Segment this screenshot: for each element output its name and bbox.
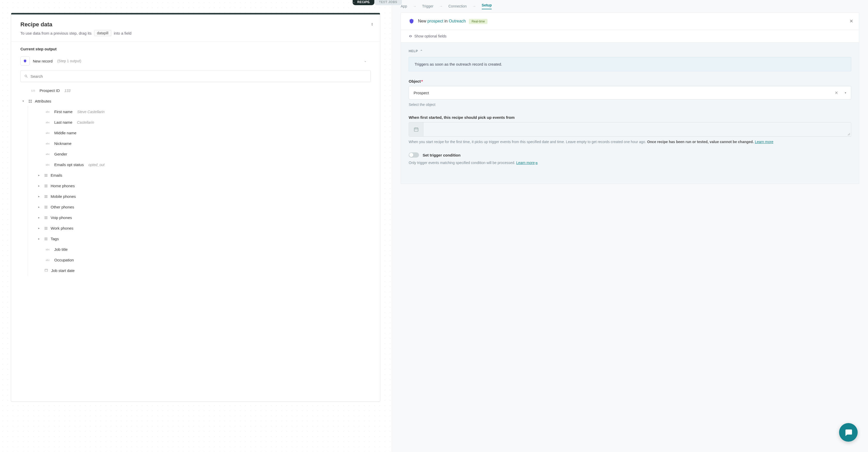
object-field-label: Object*: [409, 79, 851, 84]
show-optional-fields[interactable]: Show optional fields: [401, 30, 859, 43]
arrow-icon: →: [413, 4, 416, 8]
trigger-condition-label: Set trigger condition: [423, 153, 461, 157]
external-link-icon: ⧉: [535, 161, 537, 164]
trigger-object-link[interactable]: prospect: [427, 19, 443, 23]
search-wrap: [21, 70, 371, 82]
close-icon[interactable]: ✕: [849, 18, 853, 24]
attribute-sample: Castellarin: [77, 120, 94, 125]
tree-row-attribute[interactable]: Job start date: [37, 265, 371, 276]
tree-row-attributes[interactable]: ▾ Attributes: [23, 96, 371, 106]
tree-row-attribute[interactable]: abcGender: [37, 149, 371, 159]
search-icon: [24, 74, 28, 78]
list-icon: [44, 185, 48, 187]
resize-handle[interactable]: [847, 133, 850, 135]
outreach-icon: [409, 18, 414, 24]
clear-icon[interactable]: ✕: [835, 90, 838, 95]
svg-rect-4: [414, 128, 418, 131]
attributes-children: abcFirst nameSteve CastellarinabcLast na…: [28, 106, 371, 276]
crumb-trigger[interactable]: Trigger: [422, 4, 433, 8]
field-object: Object* Prospect ✕ ▾ Select the object: [409, 79, 851, 107]
learn-more-link[interactable]: Learn more: [755, 140, 773, 144]
recipe-data-panel: Recipe data To use data from a previous …: [11, 14, 380, 401]
attribute-label: Middle name: [54, 131, 76, 135]
svg-rect-2: [45, 269, 48, 271]
step-collapse-caret[interactable]: ⌄: [364, 59, 367, 63]
output-tree: 123 Prospect ID 133 ▾ Attributes abcFirs…: [21, 85, 371, 276]
tree-row-attribute[interactable]: ▸Work phones: [37, 223, 371, 233]
attribute-label: Job title: [54, 247, 68, 252]
caret-icon: ▸: [38, 227, 41, 230]
attribute-label: Other phones: [51, 205, 74, 209]
attribute-label: Voip phones: [51, 216, 72, 220]
arrow-icon: →: [439, 4, 443, 8]
attribute-sample: opted_out: [88, 163, 104, 167]
setup-form: HELP ⌃ Triggers as soon as the outreach …: [401, 43, 859, 184]
tree-row-attribute[interactable]: abcNickname: [37, 138, 371, 149]
tree-row-attribute[interactable]: ▸Voip phones: [37, 212, 371, 223]
realtime-badge: Real-time: [469, 19, 487, 24]
object-field-hint: Select the object: [409, 102, 851, 107]
crumb-connection[interactable]: Connection: [448, 4, 467, 8]
tree-row-attribute[interactable]: ▸Tags: [37, 233, 371, 244]
type-badge-string: abc: [44, 153, 51, 156]
attributes-label: Attributes: [35, 99, 51, 103]
attribute-label: Tags: [51, 236, 59, 241]
tree-row-attribute[interactable]: ▸Home phones: [37, 181, 371, 191]
type-badge-string: abc: [44, 132, 51, 134]
object-select-value: Prospect: [413, 91, 429, 95]
prospect-id-label: Prospect ID: [39, 88, 60, 93]
tree-row-prospect-id[interactable]: 123 Prospect ID 133: [23, 85, 371, 96]
search-box[interactable]: [21, 70, 371, 82]
search-input[interactable]: [30, 74, 367, 78]
tree-row-attribute[interactable]: abcOccupation: [37, 255, 371, 265]
trigger-prefix: New: [418, 19, 427, 23]
object-icon: [29, 100, 32, 103]
tree-row-attribute[interactable]: abcMiddle name: [37, 128, 371, 138]
attribute-sample: Steve Castellarin: [77, 110, 104, 114]
trigger-condition-toggle[interactable]: [409, 152, 419, 158]
tree-row-attribute[interactable]: abcFirst nameSteve Castellarin: [37, 106, 371, 117]
object-select[interactable]: Prospect ✕ ▾: [409, 86, 851, 99]
field-since: When first started, this recipe should p…: [409, 115, 851, 144]
calendar-button[interactable]: [409, 122, 424, 136]
caret-icon: ▸: [38, 205, 41, 209]
crumb-setup[interactable]: Setup: [482, 3, 492, 9]
trigger-summary-card: New prospect in Outreach Real-time ✕: [401, 12, 859, 30]
chat-icon: [844, 428, 853, 437]
type-badge-string: abc: [44, 142, 51, 145]
panel-collapse-toggle[interactable]: ▴▾: [371, 22, 373, 26]
step-meta: (Step 1 output): [57, 59, 82, 63]
list-icon: [44, 174, 48, 177]
help-section-header[interactable]: HELP ⌃: [409, 49, 851, 53]
trigger-app-link[interactable]: Outreach: [449, 19, 466, 23]
chat-fab[interactable]: [839, 423, 858, 442]
type-badge-string: abc: [44, 248, 51, 251]
step-output-row[interactable]: New record (Step 1 output) ⌄: [21, 56, 371, 66]
attribute-label: Gender: [54, 152, 67, 156]
attribute-label: First name: [54, 109, 72, 114]
datapill-chip: datapill: [94, 30, 111, 36]
tree-row-attribute[interactable]: ▸Emails: [37, 170, 371, 181]
since-datetime-input[interactable]: [409, 122, 851, 137]
trigger-summary-text: New prospect in Outreach Real-time: [418, 19, 488, 24]
chevron-down-icon[interactable]: ▾: [845, 91, 846, 95]
field-trigger-condition: Set trigger condition Only trigger event…: [409, 152, 851, 166]
tree-row-attribute[interactable]: ▸Mobile phones: [37, 191, 371, 202]
attribute-label: Occupation: [54, 258, 74, 262]
attribute-label: Job start date: [51, 268, 75, 273]
attribute-label: Emails opt status: [54, 162, 84, 167]
tree-row-attribute[interactable]: abcJob title: [37, 244, 371, 255]
attribute-label: Emails: [51, 173, 62, 177]
current-step-output-label: Current step output: [21, 47, 371, 51]
setup-breadcrumb: App → Trigger → Connection → Setup: [392, 0, 868, 12]
tree-row-attribute[interactable]: abcLast nameCastellarin: [37, 117, 371, 128]
calendar-icon: [44, 268, 48, 273]
svg-point-0: [25, 75, 27, 77]
since-field-hint: When you start recipe for the first time…: [409, 139, 851, 144]
recipe-panel-header: Recipe data To use data from a previous …: [11, 14, 380, 41]
svg-line-1: [27, 77, 28, 78]
outreach-step-icon: [21, 56, 30, 66]
learn-more-link[interactable]: Learn more⧉: [516, 161, 537, 165]
tree-row-attribute[interactable]: ▸Other phones: [37, 202, 371, 212]
tree-row-attribute[interactable]: abcEmails opt statusopted_out: [37, 159, 371, 170]
